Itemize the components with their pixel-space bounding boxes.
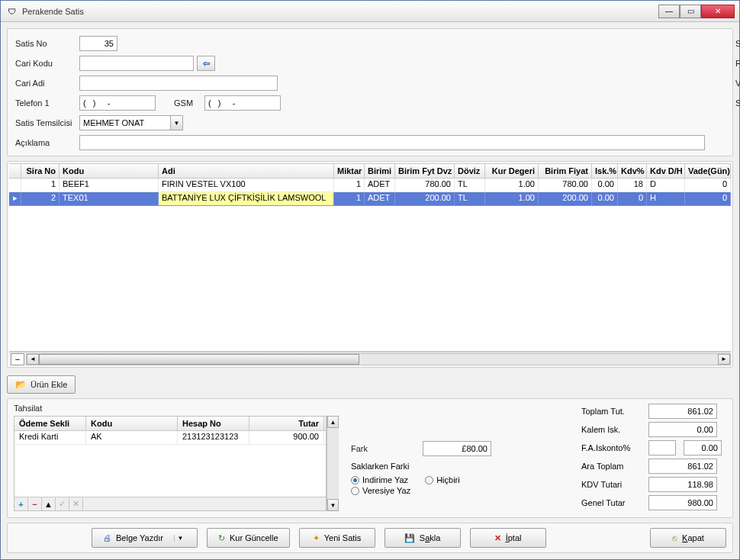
chevron-down-icon[interactable]: ▼ — [174, 535, 186, 542]
col-isk[interactable]: Isk.% — [592, 164, 618, 178]
kdv-tutari-value[interactable] — [648, 477, 717, 492]
ara-toplam-value[interactable] — [648, 459, 717, 474]
sakla-button[interactable]: 💾Sakla — [384, 528, 461, 548]
gsm-input[interactable] — [204, 95, 281, 111]
yeni-satis-button[interactable]: ✦Yeni Satis — [299, 528, 375, 548]
tcol-odeme[interactable]: Ödeme Sekli — [14, 417, 86, 430]
delete-row-button[interactable]: − — [11, 353, 24, 365]
cell-isk[interactable]: 0.00 — [592, 179, 618, 192]
cell-doviz[interactable]: TL — [455, 192, 485, 206]
cell-bfd[interactable]: 200.00 — [395, 192, 455, 206]
col-birim-fiyat[interactable]: Birim Fiyat — [539, 164, 592, 178]
cell-miktar[interactable]: 1 — [334, 192, 365, 206]
scroll-up-icon[interactable]: ▲ — [327, 416, 339, 428]
cell-kodu[interactable]: TEX01 — [60, 192, 159, 206]
aciklama-input[interactable] — [79, 135, 705, 150]
col-kdv-dh[interactable]: Kdv D/H — [647, 164, 685, 178]
iptal-button[interactable]: ✕İptal — [470, 528, 546, 548]
maximize-button[interactable]: ▭ — [680, 5, 701, 18]
items-grid-body[interactable]: 1BEEF1FIRIN VESTEL VX1001ADET780.00TL1.0… — [9, 179, 731, 352]
cell-birimi[interactable]: ADET — [365, 192, 395, 206]
refresh-icon: ↻ — [218, 533, 225, 543]
kapat-button[interactable]: ⎋Kapat — [650, 528, 726, 548]
tahsilat-grid-body[interactable]: Kredi KartiAK213123123123900.00 — [14, 431, 326, 497]
cell-bfd[interactable]: 780.00 — [395, 179, 455, 192]
table-row[interactable]: 1BEEF1FIRIN VESTEL VX1001ADET780.00TL1.0… — [9, 179, 731, 192]
kalem-isk-value[interactable] — [648, 422, 717, 437]
scroll-thumb[interactable] — [39, 354, 359, 365]
cell-miktar[interactable]: 1 — [334, 179, 365, 192]
col-miktar[interactable]: Miktar — [334, 164, 365, 178]
tcol-hesap[interactable]: Hesap No — [178, 417, 249, 430]
cell-bf[interactable]: 200.00 — [539, 192, 592, 206]
satis-temsilcisi-select[interactable] — [79, 115, 171, 130]
cell-kdv[interactable]: 18 — [618, 179, 647, 192]
cell-isk[interactable]: 0.00 — [592, 192, 618, 206]
cell-kodu[interactable]: AK — [86, 431, 178, 444]
col-kodu[interactable]: Kodu — [60, 164, 159, 178]
cari-adi-input[interactable] — [79, 76, 278, 91]
col-sira[interactable]: Sira No — [21, 164, 60, 178]
urun-ekle-button[interactable]: 📂Ürün Ekle — [7, 375, 76, 394]
scroll-left-icon[interactable]: ◄ — [27, 354, 39, 365]
chevron-down-icon[interactable]: ▼ — [171, 115, 183, 130]
table-row[interactable]: ▸2TEX01BATTANİYE LUX ÇİFTKİŞİLİK LAMSWOO… — [9, 192, 731, 206]
nav-remove-button[interactable]: − — [28, 497, 42, 510]
nav-edit-button[interactable]: ▲ — [42, 497, 56, 510]
fark-input[interactable] — [423, 441, 491, 456]
genel-tutar-value[interactable] — [648, 495, 717, 510]
fa-iskonto-value[interactable] — [684, 440, 722, 455]
fa-iskonto-pct[interactable] — [648, 440, 676, 455]
cari-kodu-lookup-button[interactable]: ⇦ — [197, 56, 215, 71]
kur-guncelle-button[interactable]: ↻Kur Güncelle — [207, 528, 290, 548]
cell-sira[interactable]: 2 — [21, 192, 60, 206]
col-birimi[interactable]: Birimi — [365, 164, 395, 178]
cell-tutar[interactable]: 900.00 — [249, 431, 324, 444]
cell-kur[interactable]: 1.00 — [485, 192, 539, 206]
nav-add-button[interactable]: + — [14, 497, 28, 510]
cell-kodu[interactable]: BEEF1 — [60, 179, 159, 192]
cell-kur[interactable]: 1.00 — [485, 179, 539, 192]
belge-yazdir-button[interactable]: 🖨Belge Yazdır▼ — [92, 528, 198, 548]
cari-kodu-input[interactable] — [79, 56, 194, 71]
col-vade[interactable]: Vade(Gün) — [685, 164, 731, 178]
scroll-down-icon[interactable]: ▼ — [327, 499, 339, 511]
cell-sira[interactable]: 1 — [21, 179, 60, 192]
cell-adi[interactable]: FIRIN VESTEL VX100 — [159, 179, 334, 192]
label-satis-no: Satis No — [15, 39, 76, 48]
tahsilat-vscroll[interactable]: ▲ ▼ — [327, 416, 339, 511]
col-doviz[interactable]: Döviz — [455, 164, 485, 178]
cell-vade[interactable]: 0 — [685, 179, 731, 192]
col-birim-fyt-dvz[interactable]: Birim Fyt Dvz — [395, 164, 455, 178]
cell-hesap[interactable]: 213123123123 — [178, 431, 249, 444]
cell-vade[interactable]: 0 — [685, 192, 731, 206]
cell-adi[interactable]: BATTANİYE LUX ÇİFTKİŞİLİK LAMSWOOL — [159, 192, 334, 206]
cell-doviz[interactable]: TL — [455, 179, 485, 192]
col-kdv[interactable]: Kdv% — [618, 164, 647, 178]
radio-hicbiri[interactable]: Hiçbiri — [425, 475, 460, 484]
cell-kdv[interactable]: 0 — [618, 192, 647, 206]
tcol-tutar[interactable]: Tutar — [249, 417, 324, 430]
cell-bf[interactable]: 780.00 — [539, 179, 592, 192]
table-row[interactable]: Kredi KartiAK213123123123900.00 — [14, 431, 326, 445]
toplam-tut-value[interactable] — [648, 404, 717, 419]
minimize-button[interactable]: — — [658, 5, 680, 18]
cell-kdh[interactable]: H — [647, 192, 685, 206]
radio-veresiye-yaz[interactable]: Veresiye Yaz — [351, 486, 491, 495]
cell-odeme[interactable]: Kredi Karti — [14, 431, 86, 444]
scroll-right-icon[interactable]: ► — [718, 354, 730, 365]
nav-cancel-button[interactable]: ✕ — [69, 497, 83, 510]
col-kur[interactable]: Kur Degeri — [485, 164, 539, 178]
tcol-kodu[interactable]: Kodu — [86, 417, 178, 430]
cell-kdh[interactable]: D — [647, 179, 685, 192]
label-telefon1: Telefon 1 — [15, 98, 76, 108]
label-aciklama: Açıklama — [15, 138, 76, 147]
satis-no-input[interactable] — [79, 36, 117, 51]
telefon1-input[interactable] — [79, 95, 156, 111]
radio-indirime-yaz[interactable]: Indirime Yaz — [351, 475, 408, 484]
cell-birimi[interactable]: ADET — [365, 179, 395, 192]
nav-post-button[interactable]: ✓ — [56, 497, 69, 510]
close-button[interactable]: ✕ — [701, 5, 735, 18]
col-adi[interactable]: Adi — [159, 164, 334, 178]
horizontal-scrollbar[interactable]: ◄ ► — [26, 353, 731, 365]
